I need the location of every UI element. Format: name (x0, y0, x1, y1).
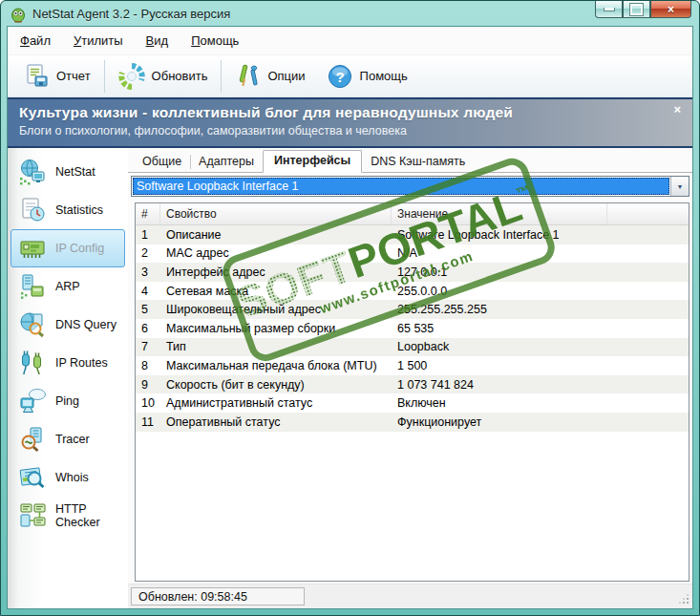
minimize-button[interactable] (595, 1, 623, 18)
toolbar: Отчет Обновить Опции (8, 54, 692, 97)
menu-utilities[interactable]: Утилиты (74, 33, 123, 48)
sidebar-item-label: NetStat (55, 165, 95, 179)
close-button[interactable]: × (650, 1, 691, 18)
ad-banner-title: Культура жизни - коллективный блог для н… (19, 104, 679, 121)
options-label: Опции (267, 69, 305, 83)
toolbar-separator (104, 60, 105, 93)
resize-grip[interactable] (678, 593, 689, 605)
toolbar-separator (221, 60, 222, 93)
table-empty-area (136, 432, 689, 581)
sidebar-item-ip-routes[interactable]: IP Routes (11, 344, 125, 382)
sidebar-item-label: DNS Query (55, 318, 117, 331)
status-updated-text: Обновлен: 09:58:45 (131, 587, 305, 605)
sidebar-item-label: ARP (55, 280, 80, 293)
table-row[interactable]: 7ТипLoopback (136, 338, 689, 357)
sidebar-item-dns-query[interactable]: DNS Query (11, 306, 125, 344)
report-button[interactable]: Отчет (13, 63, 101, 89)
properties-table: # Свойство Значение 1ОписаниеSoftware Lo… (135, 202, 689, 582)
minimize-icon (604, 8, 615, 11)
options-icon (235, 63, 261, 89)
arp-icon (18, 272, 47, 301)
ad-banner-subtitle: Блоги о психологии, философии, саморазви… (19, 124, 679, 138)
tab-general[interactable]: Общие (134, 152, 190, 172)
table-header: # Свойство Значение (136, 203, 689, 225)
status-bar: Обновлен: 09:58:45 (128, 584, 692, 608)
sidebar-item-label: Whois (55, 471, 89, 484)
table-row[interactable]: 9Скорость (бит в секунду)1 073 741 824 (136, 375, 689, 394)
tracer-icon (18, 425, 47, 454)
ipconfig-icon (18, 234, 47, 263)
help-icon: ? (327, 63, 353, 90)
ad-banner[interactable]: Культура жизни - коллективный блог для н… (8, 97, 692, 148)
interface-select-row: Software Loopback Interface 1 ▼ (128, 173, 692, 197)
maximize-button[interactable] (623, 1, 650, 18)
table-row[interactable]: 5Широковещательный адрес255.255.255.255 (136, 300, 689, 319)
column-header-num[interactable]: # (136, 203, 160, 224)
sidebar-item-whois[interactable]: Whois (11, 458, 125, 497)
combo-dropdown-button[interactable]: ▼ (670, 177, 689, 196)
table-row[interactable]: 1ОписаниеSoftware Loopback Interface 1 (136, 225, 689, 244)
menu-view[interactable]: Вид (146, 33, 169, 48)
sidebar-item-ping[interactable]: Ping (11, 382, 125, 420)
main-panel: Общие Адаптеры Интерфейсы DNS Кэш-память… (128, 148, 692, 608)
sidebar-item-statistics[interactable]: Statistics (11, 191, 125, 229)
table-row[interactable]: 4Сетевая маска255.0.0.0 (136, 282, 689, 301)
sidebar-nav: NetStat Statistics (8, 148, 128, 608)
dns-query-icon (18, 310, 47, 339)
app-logo-owl-icon (10, 6, 27, 23)
refresh-icon (118, 63, 145, 90)
ping-icon (18, 387, 47, 415)
column-header-empty (607, 203, 689, 224)
maximize-icon (630, 4, 643, 15)
svg-text:?: ? (335, 68, 344, 84)
table-row[interactable]: 8Максимальная передача блока (MTU)1 500 (136, 356, 689, 375)
help-label: Помощь (360, 69, 408, 83)
table-row[interactable]: 2MAC адресN/A (136, 244, 689, 264)
app-window: NetStat Agent 3.2 - Русская версия × Фай… (0, 0, 700, 616)
sidebar-item-netstat[interactable]: NetStat (11, 153, 125, 191)
menu-bar: Файл Утилиты Вид Помощь (8, 27, 692, 54)
client-area: Файл Утилиты Вид Помощь Отчет (8, 27, 692, 608)
window-title: NetStat Agent 3.2 - Русская версия (32, 7, 230, 21)
statistics-icon (18, 196, 47, 224)
sidebar-item-label: Statistics (55, 203, 103, 217)
table-row[interactable]: 3Интерфейс адрес127.0.0.1 (136, 263, 689, 282)
tab-dns-cache[interactable]: DNS Кэш-память (362, 152, 474, 172)
help-button[interactable]: ? Помощь (316, 63, 418, 90)
chevron-down-icon: ▼ (677, 183, 684, 190)
tab-interfaces[interactable]: Интерфейсы (263, 150, 362, 173)
ad-banner-close-icon[interactable]: × (673, 102, 681, 117)
table-row[interactable]: 10Административный статусВключен (136, 393, 689, 413)
sidebar-item-ip-config[interactable]: IP Config (11, 229, 125, 267)
menu-help[interactable]: Помощь (191, 33, 239, 48)
ip-routes-icon (18, 349, 47, 377)
sidebar-item-label: IP Routes (55, 356, 108, 370)
sidebar-item-label: IP Config (55, 242, 104, 255)
options-button[interactable]: Опции (224, 63, 315, 89)
sidebar-item-tracer[interactable]: Tracer (11, 420, 125, 458)
interface-select[interactable]: Software Loopback Interface 1 ▼ (131, 176, 689, 197)
menu-file[interactable]: Файл (20, 33, 51, 48)
sidebar-item-arp[interactable]: ARP (11, 267, 125, 306)
sidebar-item-label: HTTP Checker (55, 502, 124, 529)
tab-adapters[interactable]: Адаптеры (190, 152, 263, 172)
content-area: NetStat Statistics (8, 148, 692, 608)
column-header-value[interactable]: Значение (392, 203, 607, 224)
interface-select-value[interactable]: Software Loopback Interface 1 (133, 178, 669, 195)
table-row[interactable]: 6Максимальный размер сборки65 535 (136, 319, 689, 338)
refresh-button[interactable]: Обновить (108, 63, 219, 90)
report-icon (24, 63, 50, 89)
netstat-icon (18, 158, 47, 186)
report-label: Отчет (56, 69, 91, 83)
window-controls: × (595, 1, 691, 18)
http-checker-icon (18, 501, 47, 530)
refresh-label: Обновить (152, 69, 208, 83)
whois-icon (18, 463, 47, 492)
tab-strip: Общие Адаптеры Интерфейсы DNS Кэш-память (128, 148, 692, 173)
sidebar-item-http-checker[interactable]: HTTP Checker (11, 497, 125, 535)
sidebar-item-label: Ping (55, 394, 79, 408)
column-header-property[interactable]: Свойство (160, 203, 392, 224)
table-row[interactable]: 11Оперативный статусФункционирует (136, 413, 689, 432)
sidebar-item-label: Tracer (55, 433, 90, 446)
close-icon: × (668, 3, 674, 16)
